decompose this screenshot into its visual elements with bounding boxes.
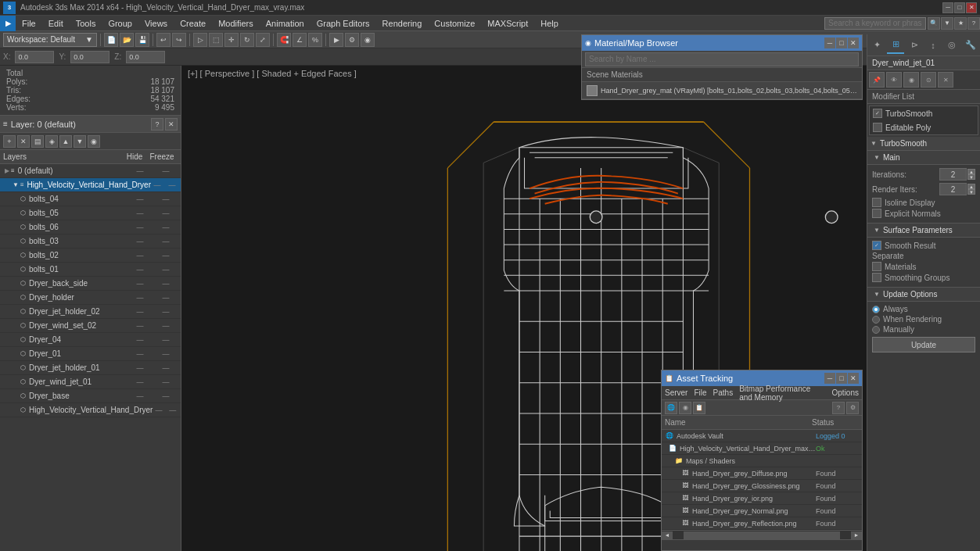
layer-freeze-bolts03[interactable]: — bbox=[151, 238, 181, 245]
asset-maximize[interactable]: □ bbox=[836, 373, 847, 384]
select-btn[interactable]: ▷ bbox=[193, 33, 207, 47]
asset-row-diffuse[interactable]: 🖼 Hand_Dryer_grey_Diffuse.png Found bbox=[662, 467, 862, 480]
asset-row-maps[interactable]: 📁 Maps / Shaders bbox=[662, 455, 862, 467]
iterations-up[interactable]: ▲ bbox=[967, 169, 975, 174]
materials-cb[interactable] bbox=[872, 262, 881, 271]
new-btn[interactable]: 📄 bbox=[104, 33, 118, 47]
layer-freeze-bolts04[interactable]: — bbox=[151, 195, 181, 203]
layer-freeze-bolts06[interactable]: — bbox=[151, 224, 181, 231]
mod-make-unique-btn[interactable]: ⊙ bbox=[921, 72, 936, 88]
turbomooth-section-header[interactable]: ▼ TurboSmooth bbox=[867, 137, 980, 151]
layer-item-jet-holder02[interactable]: ⬡ Dryer_jet_holder_02 — — bbox=[0, 305, 181, 319]
radio-when-rendering[interactable] bbox=[872, 316, 880, 324]
layer-freeze-dryer-base[interactable]: — bbox=[151, 392, 181, 400]
layer-item-bolts05[interactable]: ⬡ bolts_05 — — bbox=[0, 206, 181, 220]
menu-rendering[interactable]: Rendering bbox=[376, 17, 429, 30]
layer-hide-dryer-holder[interactable]: — bbox=[129, 294, 151, 302]
smooth-result-cb[interactable]: ✓ bbox=[872, 241, 881, 250]
rotate-btn[interactable]: ↻ bbox=[240, 33, 254, 47]
layer-freeze-jet-holder01[interactable]: — bbox=[151, 364, 181, 372]
material-item-grey[interactable]: Hand_Dryer_grey_mat (VRayMtl) [bolts_01,… bbox=[582, 82, 862, 99]
utilities-tab[interactable]: 🔧 bbox=[962, 37, 979, 54]
layer-hide-highvel2[interactable]: — bbox=[153, 406, 164, 414]
undo-btn[interactable]: ↩ bbox=[156, 33, 171, 47]
asset-menu-options[interactable]: Options bbox=[832, 388, 859, 397]
layer-freeze-jet-holder02[interactable]: — bbox=[151, 308, 181, 316]
layer-item-wind-set02[interactable]: ⬡ Dryer_wind_set_02 — — bbox=[0, 319, 181, 333]
iterations-value-field[interactable]: 2 bbox=[939, 168, 967, 181]
search-input[interactable] bbox=[824, 17, 926, 30]
maximize-btn[interactable]: □ bbox=[954, 2, 965, 13]
asset-scroll-thumb[interactable] bbox=[684, 531, 840, 539]
layer-freeze-1[interactable]: — bbox=[163, 181, 181, 189]
mat-search-input[interactable] bbox=[585, 52, 859, 66]
layer-freeze-wind-jet01[interactable]: — bbox=[151, 378, 181, 386]
hierarchy-tab[interactable]: ⊳ bbox=[906, 37, 923, 54]
layer-freeze-highvel2[interactable]: — bbox=[165, 406, 181, 414]
render-btn[interactable]: ▶ bbox=[329, 33, 343, 47]
layer-hide-bolts02[interactable]: — bbox=[129, 252, 151, 259]
radio-manually[interactable] bbox=[872, 326, 880, 334]
layer-item-dryer-holder[interactable]: ⬡ Dryer_holder — — bbox=[0, 291, 181, 305]
mod-pin-btn[interactable]: 📌 bbox=[869, 72, 885, 88]
layer-item-dryer04[interactable]: ⬡ Dryer_04 — — bbox=[0, 333, 181, 347]
layer-freeze-0[interactable]: — bbox=[151, 167, 181, 175]
radio-always[interactable] bbox=[872, 306, 880, 313]
layer-hide-jet-holder01[interactable]: — bbox=[129, 364, 151, 372]
layer-hide-dryer-base[interactable]: — bbox=[129, 392, 151, 400]
render-iters-down[interactable]: ▼ bbox=[967, 189, 975, 195]
select-layer-btn[interactable]: ◈ bbox=[45, 135, 58, 148]
layer-item-wind-jet01[interactable]: ⬡ Dyer_wind_jet_01 — — bbox=[0, 375, 181, 389]
mod-remove-btn[interactable]: ✕ bbox=[938, 72, 953, 88]
select-region-btn[interactable]: ⬚ bbox=[209, 33, 223, 47]
asset-settings-btn[interactable]: ⚙ bbox=[846, 402, 859, 414]
mod-check-turbomooth[interactable]: ✓ bbox=[873, 109, 882, 118]
asset-row-reflection[interactable]: 🖼 Hand_Dryer_grey_Reflection.png Found bbox=[662, 517, 862, 530]
minimize-btn[interactable]: ─ bbox=[942, 2, 953, 13]
layer-hide-bolts01[interactable]: — bbox=[129, 266, 151, 274]
layer-freeze-wind-set02[interactable]: — bbox=[151, 322, 181, 330]
scale-btn[interactable]: ⤢ bbox=[256, 33, 270, 47]
layers-close-btn[interactable]: ✕ bbox=[165, 118, 178, 131]
search-btn[interactable]: 🔍 bbox=[928, 17, 940, 30]
angle-snap-btn[interactable]: ∠ bbox=[293, 33, 307, 47]
search-all-btn[interactable]: ★ bbox=[954, 17, 967, 30]
coord-z[interactable]: 0.0 bbox=[126, 51, 165, 63]
menu-animation[interactable]: Animation bbox=[260, 17, 311, 30]
layer-hide-dryer-back[interactable]: — bbox=[129, 280, 151, 288]
asset-toolbar-btn1[interactable]: 🌐 bbox=[665, 402, 677, 414]
render-setup-btn[interactable]: ⚙ bbox=[345, 33, 359, 47]
layer-item[interactable]: ▶ ≡ 0 (default) — — bbox=[0, 164, 181, 178]
asset-minimize[interactable]: ─ bbox=[824, 373, 835, 384]
asset-menu-file[interactable]: File bbox=[694, 388, 706, 397]
mat-browser-maximize[interactable]: □ bbox=[836, 38, 847, 48]
asset-close[interactable]: ✕ bbox=[848, 373, 859, 384]
menu-modifiers[interactable]: Modifiers bbox=[212, 17, 260, 30]
delete-layer-btn[interactable]: ✕ bbox=[17, 135, 30, 148]
menu-graph-editors[interactable]: Graph Editors bbox=[311, 17, 376, 30]
asset-menu-bitmap[interactable]: Bitmap Performance and Memory bbox=[739, 385, 825, 402]
layer-hide-bolts06[interactable]: — bbox=[129, 224, 151, 231]
layer-item-jet-holder01[interactable]: ⬡ Dryer_jet_holder_01 — — bbox=[0, 361, 181, 375]
layer-item-highvel2[interactable]: ⬡ High_Velocity_Vertical_Hand_Dryer — — bbox=[0, 403, 181, 417]
menu-help[interactable]: Help bbox=[534, 17, 565, 30]
menu-maxscript[interactable]: MAXScript bbox=[481, 17, 534, 30]
main-subsection-header[interactable]: ▼ Main bbox=[867, 151, 980, 165]
layer-item-highvel[interactable]: ▼ ≡ High_Velocity_Vertical_Hand_Dryer — … bbox=[0, 178, 181, 192]
layer-hide-bolts04[interactable]: — bbox=[129, 195, 151, 203]
layer-hide-bolts05[interactable]: — bbox=[129, 209, 151, 217]
layer-item-dryer01[interactable]: ⬡ Dryer_01 — — bbox=[0, 347, 181, 361]
material-editor-btn[interactable]: ◉ bbox=[361, 33, 375, 47]
layer-highlight-btn[interactable]: ◉ bbox=[88, 135, 100, 148]
mod-show-all-btn[interactable]: ◉ bbox=[903, 72, 919, 88]
layer-item-bolts06[interactable]: ⬡ bolts_06 — — bbox=[0, 220, 181, 234]
menu-edit[interactable]: Edit bbox=[42, 17, 70, 30]
snap-btn[interactable]: 🧲 bbox=[277, 33, 291, 47]
move-btn[interactable]: ✛ bbox=[224, 33, 239, 47]
menu-create[interactable]: Create bbox=[174, 17, 212, 30]
layer-hide-0[interactable]: — bbox=[129, 167, 151, 175]
close-btn[interactable]: ✕ bbox=[966, 2, 977, 13]
motion-tab[interactable]: ↕ bbox=[924, 37, 942, 54]
layer-item-dryer-base[interactable]: ⬡ Dryer_base — — bbox=[0, 389, 181, 403]
mod-show-btn[interactable]: 👁 bbox=[886, 72, 902, 88]
